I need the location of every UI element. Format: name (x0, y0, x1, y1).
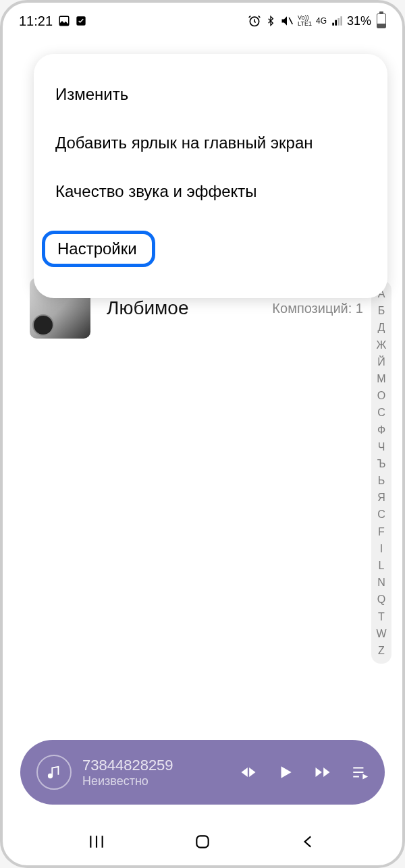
mute-icon (280, 14, 294, 28)
menu-item-add-shortcut[interactable]: Добавить ярлык на главный экран (34, 119, 387, 167)
status-time: 11:21 (19, 13, 53, 29)
overflow-menu: Изменить Добавить ярлык на главный экран… (34, 54, 387, 298)
menu-item-label: Настройки (57, 239, 137, 258)
menu-item-label: Добавить ярлык на главный экран (55, 134, 313, 152)
menu-item-settings[interactable]: Настройки (34, 216, 387, 282)
alpha-letter[interactable]: Q (374, 591, 389, 607)
alarm-icon (248, 14, 261, 28)
nav-back[interactable] (281, 833, 335, 850)
now-playing-bar[interactable]: 73844828259 Неизвестно (20, 740, 385, 805)
svg-point-4 (49, 774, 53, 778)
menu-item-edit[interactable]: Изменить (34, 70, 387, 119)
alpha-letter[interactable]: Ъ (374, 456, 389, 471)
alpha-letter[interactable]: Ф (374, 422, 389, 438)
device-frame: 11:21 Vo))LTE1 4G 31% (0, 0, 405, 868)
now-playing-artist: Неизвестно (82, 774, 228, 788)
alpha-letter[interactable]: N (374, 575, 389, 590)
alpha-letter[interactable]: I (374, 541, 389, 556)
battery-icon (377, 13, 386, 28)
alpha-letter[interactable]: F (374, 524, 389, 540)
alpha-index[interactable]: А Б Д Ж Й М О С Ф Ч Ъ Ь Я C F I L N Q T … (371, 281, 392, 664)
nav-recents[interactable] (70, 833, 124, 850)
alpha-letter[interactable]: Й (374, 354, 389, 370)
alpha-letter[interactable]: Ч (374, 439, 389, 455)
bluetooth-icon (265, 14, 276, 28)
alpha-letter[interactable]: С (374, 405, 389, 420)
alpha-letter[interactable]: Ь (374, 473, 389, 488)
nav-bar (3, 818, 402, 865)
prev-button[interactable] (239, 763, 258, 782)
now-playing-title: 73844828259 (82, 757, 228, 774)
playlist-title: Любимое (107, 297, 256, 319)
menu-item-label: Изменить (55, 85, 128, 103)
alpha-letter[interactable]: Я (374, 490, 389, 505)
alpha-letter[interactable]: Ж (374, 337, 389, 353)
image-icon (58, 15, 70, 27)
alpha-letter[interactable]: W (374, 626, 389, 641)
alpha-letter[interactable]: C (374, 507, 389, 522)
queue-button[interactable] (351, 763, 369, 781)
alpha-letter[interactable]: О (374, 388, 389, 403)
alpha-letter[interactable]: М (374, 371, 389, 386)
svg-rect-12 (196, 836, 208, 847)
alpha-letter[interactable]: L (374, 558, 389, 573)
network-label: 4G (316, 16, 327, 26)
checkbox-icon (76, 16, 86, 26)
battery-text: 31% (347, 14, 371, 28)
alpha-letter[interactable]: Б (374, 303, 389, 318)
play-button[interactable] (277, 763, 294, 781)
alpha-letter[interactable]: Д (374, 320, 389, 335)
alpha-letter[interactable]: Z (374, 643, 389, 658)
next-button[interactable] (313, 763, 332, 782)
svg-line-3 (289, 18, 292, 24)
status-bar: 11:21 Vo))LTE1 4G 31% (3, 3, 402, 35)
volte-label: Vo))LTE1 (298, 15, 312, 27)
menu-item-sound-quality[interactable]: Качество звука и эффекты (34, 167, 387, 216)
signal-icon (331, 16, 343, 26)
playlist-count: Композиций: 1 (272, 301, 363, 316)
nav-home[interactable] (176, 833, 230, 850)
menu-item-label: Качество звука и эффекты (55, 182, 257, 200)
alpha-letter[interactable]: T (374, 609, 389, 625)
music-note-icon (36, 755, 72, 790)
